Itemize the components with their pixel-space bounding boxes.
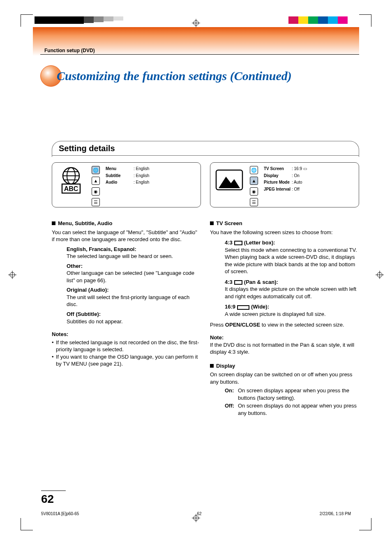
picture-icon bbox=[214, 166, 244, 196]
registration-mark-icon bbox=[376, 271, 384, 279]
onoff-value: On screen displays appear when you press… bbox=[238, 387, 359, 401]
body-text: Other language can be selected (see "Lan… bbox=[67, 269, 201, 284]
body-text: Subtitles do not appear. bbox=[67, 318, 201, 325]
crop-mark bbox=[359, 518, 371, 530]
breadcrumb: Function setup (DVD) bbox=[44, 48, 95, 53]
divider bbox=[40, 54, 359, 55]
panel-key: Display bbox=[264, 173, 292, 179]
body-text: Press OPEN/CLOSE to view in the selected… bbox=[210, 321, 359, 329]
note-text: If you want to change the OSD language, … bbox=[56, 353, 201, 368]
body-text: The selected language will be heard or s… bbox=[67, 253, 201, 260]
body-text: On screen display can be switched on or … bbox=[210, 371, 359, 385]
section-title: Setting details bbox=[59, 144, 115, 153]
body-text: It displays the wide picture on the whol… bbox=[225, 286, 359, 300]
footer-page: 62 bbox=[197, 511, 202, 516]
globe-tab-icon: 🌐 bbox=[250, 166, 258, 174]
right-column: 🌐 ▲ ◉ ☰ TV Screen16:9 ▭DisplayOnPicture … bbox=[210, 162, 359, 418]
term: Other: bbox=[67, 263, 201, 270]
page-title-banner: Customizing the function settings (Conti… bbox=[40, 62, 359, 90]
divider bbox=[52, 155, 359, 156]
panel-key: JPEG Interval bbox=[264, 187, 292, 192]
display-heading: Display bbox=[210, 362, 359, 370]
aspect-ratio-heading: 4:3(Letter box): bbox=[225, 239, 359, 246]
term: Off (Subtitle): bbox=[67, 311, 201, 318]
globe-tab-icon: 🌐 bbox=[92, 166, 100, 174]
aspect-ratio-heading: 4:3(Pan & scan): bbox=[225, 279, 359, 286]
note-text: If the selected language is not recorded… bbox=[56, 339, 201, 353]
aspect-ratio-heading: 16:9(Wide): bbox=[225, 303, 359, 311]
registration-mark-icon bbox=[8, 271, 16, 279]
settings-tab-icon: ☰ bbox=[92, 198, 100, 206]
onoff-value: On screen displays do not appear when yo… bbox=[238, 402, 359, 417]
globe-abc-icon: ABC bbox=[56, 166, 86, 196]
page-title: Customizing the function settings (Conti… bbox=[57, 69, 292, 83]
svg-text:ABC: ABC bbox=[64, 185, 78, 192]
aspect-rect-icon bbox=[237, 305, 249, 310]
audio-tab-icon: ◉ bbox=[250, 187, 258, 196]
tv-screen-heading: TV Screen bbox=[210, 220, 359, 227]
panel-value: 16:9 ▭ bbox=[292, 166, 307, 172]
crop-mark bbox=[21, 518, 33, 530]
picture-tab-icon: ▲ bbox=[250, 177, 258, 185]
color-bars bbox=[288, 16, 357, 24]
body-text: Select this mode when connecting to a co… bbox=[225, 246, 359, 275]
panel-key: Audio bbox=[106, 180, 134, 185]
footer: 5V80101A [E]p60-65 62 2/22/06, 1:18 PM bbox=[41, 511, 351, 516]
body-text: You can select the language of "Menu", "… bbox=[52, 229, 201, 243]
panel-key: TV Screen bbox=[264, 166, 292, 172]
audio-tab-icon: ◉ bbox=[92, 187, 100, 196]
panel-value: English bbox=[134, 173, 149, 179]
section-header-box: Setting details bbox=[52, 141, 359, 157]
crop-mark bbox=[21, 14, 33, 27]
crop-mark bbox=[359, 14, 371, 27]
onoff-key: On: bbox=[225, 387, 238, 401]
footer-file: 5V80101A [E]p60-65 bbox=[41, 511, 79, 516]
bullet-icon: • bbox=[52, 353, 56, 368]
panel-key: Picture Mode bbox=[264, 180, 292, 185]
panel-value: Auto bbox=[292, 180, 302, 185]
bullet-icon: • bbox=[52, 339, 56, 353]
note-heading: Note: bbox=[210, 334, 359, 341]
registration-mark-icon bbox=[192, 19, 200, 27]
panel-value: Off bbox=[292, 187, 300, 192]
menu-subtitle-audio-heading: Menu, Subtitle, Audio bbox=[52, 220, 201, 227]
term: English, Francais, Espanol: bbox=[67, 246, 201, 253]
panel-value: English bbox=[134, 166, 149, 172]
panel-value: On bbox=[292, 173, 300, 179]
panel-key: Subtitle bbox=[106, 173, 134, 179]
left-column: ABC 🌐 ▲ ◉ ☰ MenuEnglishSubtitleEnglishAu… bbox=[52, 162, 201, 418]
page-number: 62 bbox=[41, 491, 66, 506]
body-text: The unit will select the first-priority … bbox=[67, 294, 201, 308]
body-text: You have the following screen sizes to c… bbox=[210, 229, 359, 236]
aspect-rect-icon bbox=[234, 241, 242, 245]
body-text: A wide screen picture is displayed full … bbox=[225, 311, 359, 318]
language-settings-panel: ABC 🌐 ▲ ◉ ☰ MenuEnglishSubtitleEnglishAu… bbox=[52, 162, 201, 207]
picture-tab-icon: ▲ bbox=[92, 177, 100, 185]
notes-heading: Notes: bbox=[52, 331, 201, 338]
footer-date: 2/22/06, 1:18 PM bbox=[320, 511, 351, 516]
picture-settings-panel: 🌐 ▲ ◉ ☰ TV Screen16:9 ▭DisplayOnPicture … bbox=[210, 162, 359, 207]
onoff-key: Off: bbox=[225, 402, 238, 417]
color-bars bbox=[35, 16, 123, 24]
panel-value: English bbox=[134, 180, 149, 185]
panel-key: Menu bbox=[106, 166, 134, 172]
body-text: If the DVD disc is not formatted in the … bbox=[210, 341, 359, 356]
term: Original (Audio): bbox=[67, 286, 201, 294]
svg-marker-20 bbox=[219, 177, 240, 188]
aspect-rect-icon bbox=[234, 280, 242, 285]
settings-tab-icon: ☰ bbox=[250, 198, 258, 206]
